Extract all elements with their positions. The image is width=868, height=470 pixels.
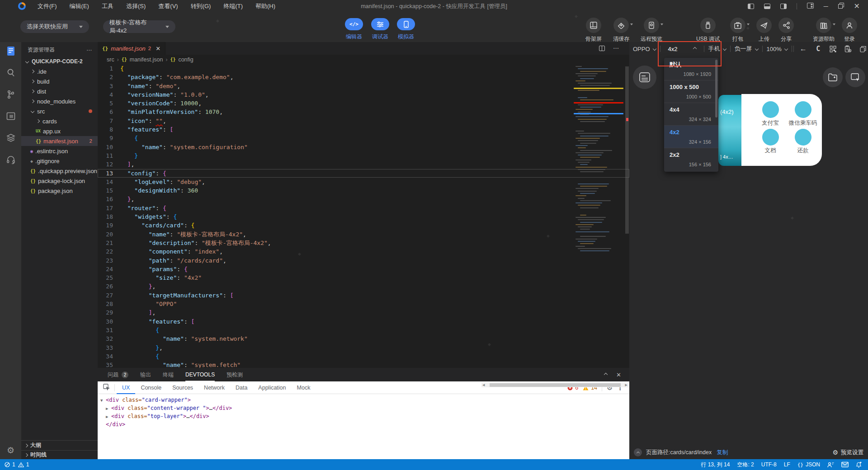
- panel-tab-问题[interactable]: 问题2: [108, 368, 128, 381]
- code-editor[interactable]: 1{2 "package": "com.example.demo",3 "nam…: [98, 64, 629, 368]
- code-line-23[interactable]: 23 "path": "/cards/card",: [98, 256, 629, 265]
- card-panel-button[interactable]: [633, 66, 656, 89]
- tree-item-package.json[interactable]: {}package.json: [21, 186, 98, 196]
- code-line-18[interactable]: 18 "widgets": {: [98, 212, 629, 221]
- breadcrumb-file[interactable]: manifest.json: [130, 56, 163, 63]
- editor-more-actions-icon[interactable]: ⋯: [613, 45, 619, 52]
- code-line-30[interactable]: 30 "features": [: [98, 317, 629, 326]
- code-line-34[interactable]: 34 {: [98, 352, 629, 361]
- preview-settings-button[interactable]: 预览设置: [841, 449, 863, 456]
- code-line-17[interactable]: 17 "router": {: [98, 204, 629, 212]
- devtools-tab-mock[interactable]: Mock: [292, 381, 316, 394]
- widget-grid-preview[interactable]: 支付宝微信乘车码文档还款: [741, 94, 822, 166]
- encoding[interactable]: UTF-8: [761, 461, 777, 468]
- explorer-view-icon[interactable]: [0, 42, 21, 60]
- menu-item[interactable]: 帮助(H): [250, 0, 281, 12]
- tree-item-package-lock.json[interactable]: {}package-lock.json: [21, 176, 98, 186]
- tree-item-build[interactable]: build: [21, 76, 98, 86]
- editor-scrollbar[interactable]: [625, 66, 629, 234]
- grid-app-支付宝[interactable]: 支付宝: [754, 101, 787, 127]
- grid-app-文档[interactable]: 文档: [754, 129, 787, 155]
- size-option-2x2[interactable]: 2x2156 × 156: [664, 148, 718, 170]
- tree-item-QUICKAPP-CODE-2[interactable]: QUICKAPP-CODE-2: [21, 56, 98, 66]
- notification-bell-icon[interactable]: [856, 461, 862, 468]
- code-line-33[interactable]: 33 },: [98, 343, 629, 352]
- code-line-6[interactable]: 6 "minPlatformVersion": 1070,: [98, 108, 629, 116]
- tree-item-.quickapp.preview.json[interactable]: {}.quickapp.preview.json: [21, 166, 98, 176]
- support-headset-icon[interactable]: [0, 150, 21, 169]
- mail-icon[interactable]: [841, 462, 849, 467]
- code-line-28[interactable]: 28 "OPPO": [98, 300, 629, 308]
- dom-node[interactable]: ▼<div class="card-wrapper">: [100, 396, 232, 404]
- refresh-icon[interactable]: C: [813, 45, 824, 53]
- screen-select[interactable]: 负一屏: [735, 45, 758, 53]
- menu-item[interactable]: 终端(T): [218, 0, 248, 12]
- code-line-2[interactable]: 2 "package": "com.example.demo",: [98, 73, 629, 81]
- dom-node[interactable]: </div>: [100, 420, 232, 428]
- toggle-secondary-sidebar-icon[interactable]: [780, 4, 787, 9]
- code-line-24[interactable]: 24 "params": {: [98, 265, 629, 273]
- dom-tree[interactable]: ▼<div class="card-wrapper">▶<div class="…: [100, 396, 232, 428]
- card-size-select[interactable]: 4x2: [665, 46, 700, 52]
- back-arrow-icon[interactable]: ←: [798, 45, 809, 53]
- copy-window-icon[interactable]: [858, 46, 868, 52]
- code-line-27[interactable]: 27 "targetManufacturers": [: [98, 291, 629, 300]
- tab-manifest-json[interactable]: {} manifest.json 2 ✕: [98, 42, 165, 55]
- code-line-8[interactable]: 8 "features": [: [98, 125, 629, 134]
- toggle-panel-icon[interactable]: [764, 4, 770, 9]
- devtools-tab-ux[interactable]: UX: [117, 381, 135, 394]
- devtools-tab-network[interactable]: Network: [198, 381, 230, 394]
- remote-preview-button[interactable]: 远程预览: [636, 18, 667, 43]
- devtools-tab-sources[interactable]: Sources: [167, 381, 198, 394]
- menu-item[interactable]: 转到(G): [185, 0, 217, 12]
- debugger-mode-button[interactable]: 调试器: [371, 18, 389, 41]
- usb-debug-button[interactable]: USB 调试: [692, 18, 724, 43]
- tree-item-cards[interactable]: cards: [21, 116, 98, 126]
- code-line-7[interactable]: 7 "icon": "",: [98, 117, 629, 125]
- tree-item-.eslintrc.json[interactable]: ◉.eslintrc.json: [21, 146, 98, 156]
- scroll-top-button[interactable]: [634, 448, 642, 456]
- code-line-12[interactable]: 12 ],: [98, 160, 629, 169]
- outline-section[interactable]: 大纲: [21, 440, 98, 450]
- cursor-position[interactable]: 行 13, 列 14: [701, 461, 730, 469]
- code-line-25[interactable]: 25 "size": "4x2": [98, 273, 629, 282]
- login-button[interactable]: 登录: [834, 18, 865, 43]
- layers-icon[interactable]: [0, 129, 21, 147]
- devtools-tab-console[interactable]: Console: [135, 381, 167, 394]
- inspect-element-icon[interactable]: [98, 384, 114, 392]
- eol-sequence[interactable]: LF: [784, 461, 790, 468]
- code-line-13[interactable]: 13 "config": {: [98, 169, 629, 178]
- minimap[interactable]: [573, 64, 625, 317]
- code-line-3[interactable]: 3 "name": "demo",: [98, 82, 629, 90]
- code-line-21[interactable]: 21 "description": "模板卡-宫格布局-4x2",: [98, 239, 629, 247]
- split-editor-icon[interactable]: [599, 46, 605, 51]
- scrollbar-thumb[interactable]: [490, 383, 621, 387]
- menu-item[interactable]: 文件(F): [32, 0, 62, 12]
- editor-mode-button[interactable]: </> 编辑器: [345, 18, 363, 41]
- search-icon[interactable]: [0, 64, 21, 82]
- panel-tab-终端[interactable]: 终端: [163, 368, 174, 381]
- close-tab-icon[interactable]: ✕: [156, 45, 160, 52]
- size-option-默认[interactable]: 默认1080 × 1920: [664, 58, 718, 80]
- timeline-section[interactable]: 时间线: [21, 450, 98, 459]
- tree-item-nodemodules[interactable]: node_modules: [21, 96, 98, 106]
- window-pointer-button[interactable]: [845, 67, 865, 87]
- open-file-button[interactable]: [823, 67, 843, 87]
- share-button[interactable]: 分享: [770, 18, 802, 43]
- code-line-35[interactable]: 35 "name": "system.fetch": [98, 361, 629, 368]
- skeleton-screen-button[interactable]: 骨架屏: [578, 18, 609, 43]
- qr-code-icon[interactable]: [828, 46, 839, 52]
- clear-cache-button[interactable]: 清缓存: [605, 18, 637, 43]
- zoom-select[interactable]: 100%: [767, 46, 788, 52]
- linked-app-select[interactable]: 选择关联快应用: [20, 20, 89, 33]
- breadcrumb-symbol[interactable]: config: [178, 56, 193, 63]
- grid-app-还款[interactable]: 还款: [787, 129, 819, 155]
- breadcrumb-src[interactable]: src: [107, 56, 114, 63]
- tree-item-.ide[interactable]: .ide: [21, 66, 98, 76]
- problems-errors[interactable]: 1: [5, 461, 15, 468]
- code-line-4[interactable]: 4 "versionName": "1.0.0",: [98, 90, 629, 99]
- tree-item-dist[interactable]: dist: [21, 86, 98, 96]
- code-line-31[interactable]: 31 {: [98, 326, 629, 334]
- settings-gear-icon[interactable]: ⚙: [0, 441, 21, 459]
- size-option-4x4[interactable]: 4x4324 × 324: [664, 103, 718, 126]
